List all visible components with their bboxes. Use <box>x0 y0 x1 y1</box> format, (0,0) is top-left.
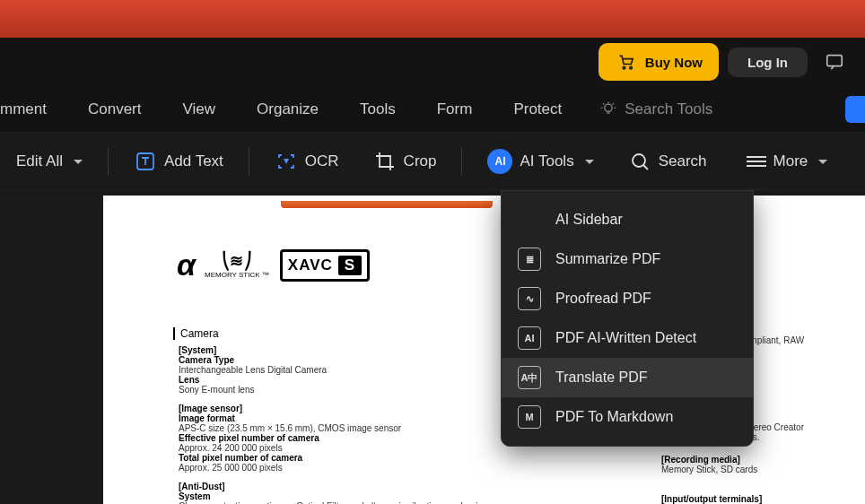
window-chrome-band <box>0 0 865 38</box>
ai-sidebar-item[interactable]: AI Sidebar <box>502 200 753 239</box>
chat-icon <box>825 52 844 72</box>
login-label: Log In <box>747 55 788 70</box>
lightbulb-icon <box>599 100 617 118</box>
ai-written-detect-item[interactable]: AI PDF AI-Written Detect <box>502 318 753 358</box>
crop-icon <box>373 150 397 173</box>
ai-detect-icon: AI <box>518 326 541 350</box>
svg-point-5 <box>633 154 645 167</box>
edit-all-button[interactable]: Edit All <box>4 147 95 176</box>
search-icon <box>628 150 651 173</box>
blank-icon <box>518 208 541 231</box>
ocr-button[interactable]: OCR <box>262 144 352 178</box>
svg-point-3 <box>605 104 612 111</box>
svg-rect-2 <box>827 56 843 66</box>
menu-form[interactable]: Form <box>424 95 485 124</box>
translate-icon: A中 <box>518 366 541 389</box>
alpha-logo: α <box>177 248 194 282</box>
more-label: More <box>773 152 808 170</box>
search-tools-placeholder: Search Tools <box>625 100 712 118</box>
menu-view[interactable]: View <box>170 95 229 124</box>
menu-organize[interactable]: Organize <box>244 95 331 124</box>
ai-tools-dropdown: AI Sidebar ≣ Summarize PDF ∿ Proofread P… <box>501 190 754 447</box>
buy-now-button[interactable]: Buy Now <box>599 43 719 81</box>
separator <box>249 148 249 175</box>
summarize-pdf-item[interactable]: ≣ Summarize PDF <box>502 239 753 279</box>
crop-button[interactable]: Crop <box>361 144 450 178</box>
more-button[interactable]: More <box>734 147 841 176</box>
separator <box>108 148 109 175</box>
wave-icon: ∿ <box>518 287 541 310</box>
menu-comment[interactable]: mment <box>0 95 59 124</box>
login-button[interactable]: Log In <box>728 48 808 77</box>
proofread-pdf-item[interactable]: ∿ Proofread PDF <box>502 279 753 318</box>
separator <box>461 148 462 175</box>
ocr-label: OCR <box>305 152 339 170</box>
cart-icon <box>615 50 638 74</box>
workspace: α ⎝≋⎠ MEMORY STICK ™ XAVC S Camera [Syst… <box>0 190 865 504</box>
hamburger-icon <box>747 153 766 169</box>
memorystick-logo: ⎝≋⎠ MEMORY STICK ™ <box>205 251 269 279</box>
markdown-icon: M <box>518 405 541 429</box>
chat-button[interactable] <box>817 44 852 80</box>
menu-tools[interactable]: Tools <box>347 95 408 124</box>
text-icon <box>134 150 157 173</box>
translate-pdf-item[interactable]: A中 Translate PDF <box>502 358 753 397</box>
add-text-button[interactable]: Add Text <box>121 144 236 178</box>
search-button[interactable]: Search <box>616 144 720 178</box>
toolbar: Edit All Add Text OCR Crop AI AI Tools S… <box>0 133 865 190</box>
ai-tools-label: AI Tools <box>520 152 573 170</box>
buy-now-label: Buy Now <box>645 55 703 70</box>
pdf-to-markdown-item[interactable]: M PDF To Markdown <box>502 397 753 437</box>
svg-point-0 <box>623 66 625 69</box>
titlebar: Buy Now Log In <box>0 38 865 86</box>
list-icon: ≣ <box>518 248 541 271</box>
panel-toggle[interactable] <box>845 96 865 123</box>
menu-protect[interactable]: Protect <box>501 95 574 124</box>
menu-convert[interactable]: Convert <box>75 95 154 124</box>
ai-icon: AI <box>487 149 512 174</box>
crop-label: Crop <box>404 152 437 170</box>
search-tools[interactable]: Search Tools <box>599 100 712 118</box>
ocr-icon <box>275 150 298 173</box>
search-label: Search <box>659 152 707 170</box>
xavc-logo: XAVC S <box>280 249 370 282</box>
menubar: mment Convert View Organize Tools Form P… <box>0 86 865 133</box>
ai-tools-button[interactable]: AI AI Tools <box>475 143 606 179</box>
add-text-label: Add Text <box>164 152 223 170</box>
svg-point-1 <box>630 66 633 69</box>
edit-all-label: Edit All <box>16 152 63 170</box>
